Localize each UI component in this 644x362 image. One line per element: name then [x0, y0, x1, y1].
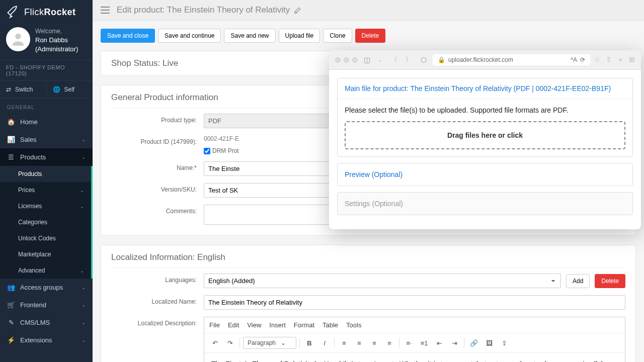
nav-cms-lms[interactable]: ✎ CMS/LMS ⌄	[0, 314, 93, 331]
dropzone[interactable]: Drag files here or click	[345, 121, 625, 149]
languages-select[interactable]: English (Added)	[204, 274, 561, 288]
nav-frontend[interactable]: 🛒 Frontend ⌄	[0, 296, 93, 314]
sidebar: FlickRocket Welcome, Ron Dabbs (Administ…	[0, 0, 93, 362]
reload-icon[interactable]: ⟳	[580, 56, 585, 63]
sub-advanced[interactable]: Advanced⌄	[0, 262, 91, 279]
menu-format[interactable]: Format	[294, 321, 314, 329]
drm-prot-checkbox[interactable]	[204, 148, 210, 154]
upload-icon[interactable]: ⇪	[498, 336, 511, 349]
cart-icon: 🛒	[7, 301, 15, 309]
share-icon[interactable]: ⇧	[606, 55, 612, 64]
back-icon[interactable]: 〈	[388, 55, 399, 64]
menu-view[interactable]: View	[247, 321, 261, 329]
drm-prot-wrap[interactable]: DRM Prot	[204, 144, 289, 154]
preview-panel[interactable]: Preview (Optional)	[337, 163, 633, 186]
switch-link[interactable]: ⇄ Switch	[0, 81, 47, 98]
users-icon: 👥	[7, 284, 15, 291]
undo-icon[interactable]: ↶	[208, 336, 221, 349]
localized-name-input[interactable]	[204, 295, 625, 310]
lock-icon: 🔒	[438, 56, 445, 63]
add-language-button[interactable]: Add	[566, 274, 590, 288]
localized-panel: Localized Information: English Languages…	[101, 245, 636, 362]
shop-status-label: Shop Status:	[111, 58, 160, 68]
delete-language-button[interactable]: Delete	[595, 274, 625, 288]
rich-text-editor: File Edit View Insert Format Table Tools…	[204, 317, 625, 362]
align-justify-icon[interactable]: ≡	[383, 336, 396, 349]
chevron-down-icon[interactable]: ⌄	[376, 57, 384, 62]
sub-categories[interactable]: Categories	[0, 214, 91, 230]
uploader-window: ◫ ⌄ 〈 〉 ⬡ 🔒 uploader.flickrocket.com ᴬA …	[329, 50, 641, 229]
traffic-lights[interactable]	[335, 57, 358, 63]
menu-edit[interactable]: Edit	[228, 321, 239, 329]
tabs-icon[interactable]: ⊞	[629, 55, 635, 64]
main-file-header[interactable]: Main file for product: The Einstein Theo…	[338, 78, 632, 99]
logo[interactable]: FlickRocket	[0, 0, 93, 24]
paragraph-select[interactable]: Paragraph ⌄	[243, 337, 296, 349]
topbar: Edit product: The Einstein Theory of Rel…	[93, 0, 644, 21]
menu-table[interactable]: Table	[323, 321, 338, 329]
menu-tools[interactable]: Tools	[346, 321, 361, 329]
sidebar-toggle-icon[interactable]: ◫	[362, 56, 372, 64]
browser-chrome: ◫ ⌄ 〈 〉 ⬡ 🔒 uploader.flickrocket.com ᴬA …	[329, 50, 641, 70]
clone-button[interactable]: Clone	[323, 29, 352, 43]
forward-icon[interactable]: 〉	[404, 55, 415, 64]
align-right-icon[interactable]: ≡	[368, 336, 381, 349]
url-bar[interactable]: 🔒 uploader.flickrocket.com ᴬA ⟳	[433, 54, 590, 65]
outdent-icon[interactable]: ⇤	[433, 336, 446, 349]
plus-icon[interactable]: ＋	[617, 55, 624, 64]
editor-body[interactable]: The Einstein Theory of Relativity by Hen…	[204, 353, 625, 362]
upload-file-button[interactable]: Upload file	[279, 29, 320, 43]
sub-products[interactable]: Products	[0, 166, 91, 182]
nav-products[interactable]: ☰ Products ⌄	[0, 148, 93, 166]
sub-unlock-codes[interactable]: Unlock Codes	[0, 230, 91, 246]
menu-toggle[interactable]	[101, 7, 110, 14]
number-list-icon[interactable]: ≡1	[418, 336, 431, 349]
align-center-icon[interactable]: ≡	[353, 336, 366, 349]
sub-prices[interactable]: Prices⌄	[0, 182, 91, 198]
star-icon[interactable]: ☆	[594, 55, 601, 64]
align-left-icon[interactable]: ≡	[338, 336, 351, 349]
nav-sales[interactable]: 📊 Sales ⌄	[0, 131, 93, 148]
nav-home[interactable]: 🏠 Home	[0, 113, 93, 131]
sub-licenses[interactable]: Licenses⌄	[0, 198, 91, 214]
chevron-down-icon: ⌄	[82, 154, 86, 160]
shop-label: FD - SHOPIFY DEMO (17120)	[0, 60, 93, 81]
avatar[interactable]	[6, 27, 30, 51]
nav-access-groups[interactable]: 👥 Access groups ⌄	[0, 279, 93, 296]
product-id-value: 0002-421F-E	[204, 135, 239, 142]
shield-icon[interactable]: ⬡	[419, 56, 429, 64]
pencil-icon[interactable]	[294, 6, 302, 14]
editor-menu: File Edit View Insert Format Table Tools	[204, 317, 625, 333]
comments-label: Comments:	[111, 205, 197, 215]
menu-file[interactable]: File	[209, 321, 220, 329]
save-continue-button[interactable]: Save and continue	[158, 29, 221, 43]
redo-icon[interactable]: ↷	[223, 336, 236, 349]
indent-icon[interactable]: ⇥	[448, 336, 461, 349]
shop-status-value: Live	[163, 58, 178, 68]
nav-extensions[interactable]: ⚡ Extensions ⌄	[0, 331, 93, 349]
svg-point-0	[15, 34, 21, 39]
upload-instruction: Please select the file(s) to be uploaded…	[345, 106, 625, 114]
sub-marketplace[interactable]: Marketplace	[0, 246, 91, 262]
localized-title: Localized Information: English	[111, 252, 625, 268]
save-new-button[interactable]: Save and new	[224, 29, 275, 43]
action-buttons: Save and close Save and continue Save an…	[101, 29, 636, 43]
settings-panel[interactable]: Settings (Optional)	[337, 192, 633, 215]
edit-icon: ✎	[7, 319, 15, 326]
italic-icon[interactable]: I	[318, 336, 331, 349]
bold-icon[interactable]: B	[303, 336, 316, 349]
welcome-text: Welcome,	[35, 27, 78, 36]
bullet-list-icon[interactable]: ≡·	[403, 336, 416, 349]
bolt-icon: ⚡	[7, 336, 15, 344]
link-icon[interactable]: 🔗	[467, 336, 480, 349]
self-link[interactable]: 🌐 Self	[47, 81, 93, 98]
delete-button[interactable]: Delete	[355, 29, 386, 43]
reader-icon[interactable]: ᴬA	[571, 56, 577, 63]
save-close-button[interactable]: Save and close	[101, 29, 155, 43]
chevron-down-icon: ⌄	[82, 302, 86, 308]
editor-toolbar: ↶ ↷ Paragraph ⌄ B I ≡ ≡ ≡	[204, 333, 625, 353]
image-icon[interactable]: 🖼	[482, 336, 496, 349]
user-block: Welcome, Ron Dabbs (Administrator)	[0, 24, 93, 60]
menu-insert[interactable]: Insert	[269, 321, 286, 329]
globe-icon: 🌐	[53, 86, 60, 93]
